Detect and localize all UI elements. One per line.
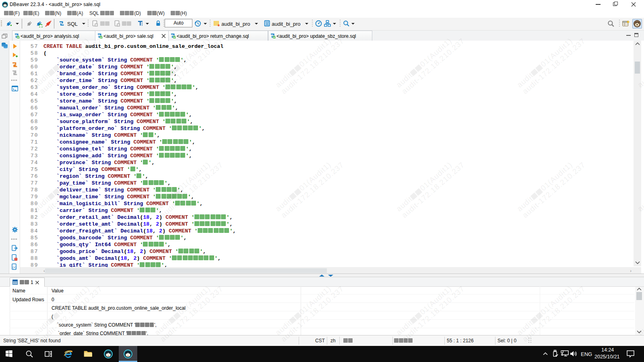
svg-text:(x): (x) [12,265,17,269]
